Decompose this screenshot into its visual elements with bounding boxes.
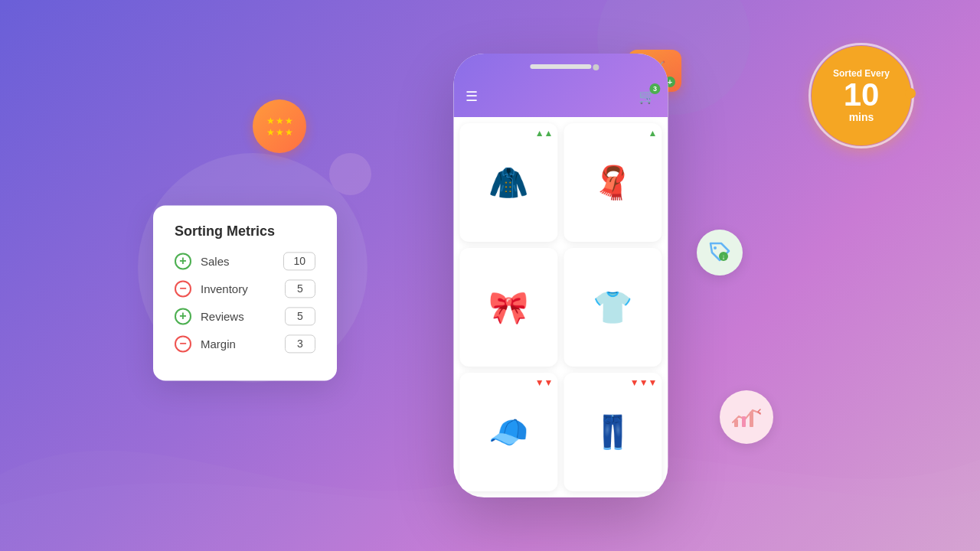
- svg-rect-5: [750, 412, 753, 427]
- phone-notch: [530, 64, 591, 69]
- product-card-cap[interactable]: ▼▼ 🧢: [459, 373, 557, 491]
- deco-circle: [329, 153, 371, 195]
- svg-point-0: [714, 246, 717, 249]
- product-card-vest[interactable]: ▲▲ 🧥: [459, 123, 557, 242]
- sales-plus-icon: +: [175, 253, 191, 269]
- svg-rect-3: [734, 419, 738, 427]
- product-card-pink-hat[interactable]: 🎀: [459, 248, 557, 367]
- star-4: ★: [266, 127, 275, 138]
- sorting-metrics-card: Sorting Metrics + Sales 10 − Inventory 5…: [153, 205, 337, 380]
- tag-icon: ↓: [707, 240, 732, 265]
- product-card-pants[interactable]: ▼▼▼ 👖: [564, 373, 662, 491]
- metric-row-sales: + Sales 10: [175, 252, 315, 270]
- margin-label: Margin: [201, 337, 276, 350]
- product-hoodie-icon: 🧣: [593, 167, 632, 199]
- product-grid: ▲▲ 🧥 ▲ 🧣 🎀 👕 ▼▼ 🧢 ▼▼▼ 👖: [453, 117, 668, 497]
- inventory-minus-icon: −: [175, 280, 191, 297]
- sales-label: Sales: [201, 255, 274, 268]
- metric-row-reviews: + Reviews 5: [175, 307, 315, 325]
- metrics-title: Sorting Metrics: [175, 223, 315, 240]
- star-2: ★: [276, 116, 284, 126]
- timer-badge: Sorted Every 10 mins: [812, 46, 911, 145]
- reviews-value: 5: [285, 307, 315, 325]
- margin-value: 3: [285, 334, 315, 353]
- timer-prefix: Sorted Every: [833, 68, 890, 79]
- star-1: ★: [266, 116, 275, 126]
- phone-cart-button[interactable]: 🛒 3: [639, 88, 655, 105]
- svg-rect-4: [742, 416, 746, 427]
- stars-badge: ★ ★ ★ ★ ★ ★: [253, 99, 306, 153]
- price-tag-badge: ↓: [697, 230, 743, 276]
- reviews-plus-icon: +: [175, 308, 191, 324]
- star-3: ★: [285, 116, 293, 126]
- inventory-value: 5: [285, 279, 315, 298]
- phone-mockup: ☰ 🛒 3 ▲▲ 🧥 ▲ 🧣 🎀 👕 ▼▼ 🧢 ▼▼▼ 👖: [453, 54, 668, 497]
- rank-up-2: ▲: [648, 128, 658, 139]
- star-6: ★: [285, 127, 293, 138]
- product-vest-icon: 🧥: [488, 167, 528, 199]
- phone-header: ☰ 🛒 3: [453, 54, 668, 117]
- inventory-label: Inventory: [201, 282, 276, 295]
- product-card-tshirt[interactable]: 👕: [564, 248, 662, 367]
- reviews-label: Reviews: [201, 310, 276, 323]
- rank-down-2: ▼▼▼: [630, 377, 658, 388]
- metric-row-inventory: − Inventory 5: [175, 279, 315, 298]
- star-5: ★: [276, 127, 284, 138]
- product-pink-hat-icon: 🎀: [488, 292, 528, 324]
- product-card-hoodie[interactable]: ▲ 🧣: [564, 123, 662, 242]
- menu-icon[interactable]: ☰: [466, 88, 478, 105]
- timer-ring: Sorted Every 10 mins: [812, 46, 911, 145]
- timer-dot-decoration: [905, 88, 916, 99]
- phone-camera: [593, 64, 599, 70]
- svg-text:↓: ↓: [722, 253, 726, 261]
- chart-badge: [720, 390, 773, 444]
- product-tshirt-icon: 👕: [593, 292, 632, 324]
- metric-row-margin: − Margin 3: [175, 334, 315, 353]
- rank-up-1: ▲▲: [535, 128, 554, 139]
- product-pants-icon: 👖: [593, 416, 632, 448]
- timer-suffix: mins: [849, 111, 874, 123]
- margin-minus-icon: −: [175, 335, 191, 352]
- sales-value: 10: [283, 252, 315, 270]
- analytics-chart-icon: [731, 406, 762, 429]
- rank-down-1: ▼▼: [535, 377, 554, 388]
- cart-count-badge: 3: [649, 83, 660, 94]
- timer-number: 10: [844, 79, 880, 111]
- product-cap-icon: 🧢: [488, 416, 528, 448]
